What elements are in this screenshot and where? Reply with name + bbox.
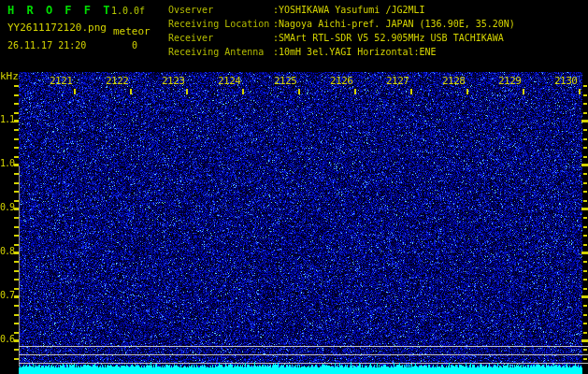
freq-tick-label: 1.0 bbox=[0, 159, 14, 168]
info-value-observer: :YOSHIKAWA Yasufumi /JG2MLI bbox=[273, 6, 425, 15]
app-title: H R O F F T bbox=[7, 5, 112, 16]
info-value-antenna: :10mH 3el.YAGI Horizontal:ENE bbox=[273, 48, 437, 57]
time-tick-label: 2122 bbox=[106, 76, 129, 86]
time-tick-label: 2124 bbox=[218, 76, 241, 86]
info-label-observer: Ovserver bbox=[168, 6, 213, 15]
info-label-location: Receiving Location bbox=[168, 20, 269, 29]
echo-count: 0 bbox=[132, 41, 137, 50]
hrofft-window: H R O F F T 1.0.0f YY2611172120.png mete… bbox=[0, 0, 588, 374]
freq-tick-label: 0.6 bbox=[0, 335, 14, 344]
info-label-antenna: Receiving Antenna bbox=[168, 48, 264, 57]
info-label-receiver: Receiver bbox=[168, 34, 213, 43]
time-tick-label: 2121 bbox=[50, 76, 73, 86]
mode-label: meteor bbox=[113, 26, 151, 36]
datetime-label: 26.11.17 21:20 bbox=[7, 41, 86, 50]
freq-tick-label: 0.7 bbox=[0, 291, 14, 300]
time-tick-label: 2128 bbox=[442, 76, 466, 86]
app-version: 1.0.0f bbox=[111, 7, 145, 16]
info-value-location: :Nagoya Aichi-pref. JAPAN (136.90E, 35.2… bbox=[273, 20, 515, 29]
freq-axis-unit: kHz bbox=[0, 71, 19, 81]
time-tick-label: 2129 bbox=[498, 76, 522, 86]
time-tick-label: 2125 bbox=[274, 76, 297, 86]
info-value-receiver: :SMArt RTL-SDR V5 52.905MHz USB TACHIKAW… bbox=[273, 34, 504, 43]
freq-tick-label: 1.1 bbox=[0, 115, 14, 124]
freq-tick-label: 0.9 bbox=[0, 203, 14, 212]
time-tick-label: 2123 bbox=[162, 76, 185, 86]
output-filename: YY2611172120.png bbox=[7, 22, 107, 33]
freq-tick-label: 0.8 bbox=[0, 247, 14, 256]
time-tick-label: 2127 bbox=[386, 76, 409, 86]
time-tick-label: 2126 bbox=[330, 76, 353, 86]
time-tick-label: 2130 bbox=[554, 76, 578, 86]
